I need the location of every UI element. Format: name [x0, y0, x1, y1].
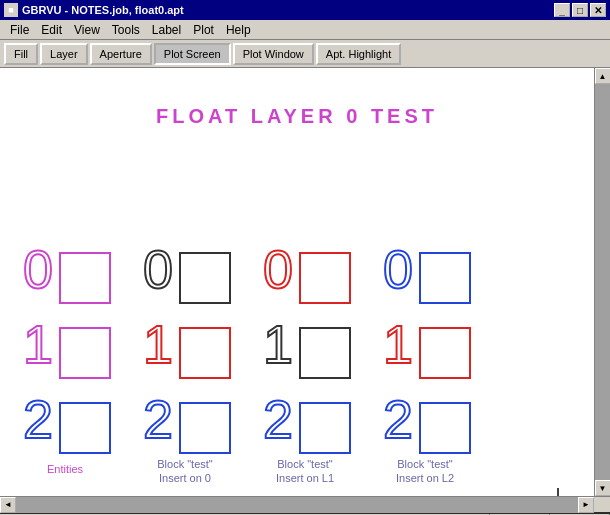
scroll-up-button[interactable]: ▲ — [595, 68, 611, 84]
apt-highlight-button[interactable]: Apt. Highlight — [316, 43, 401, 65]
canvas-svg: FLOAT LAYER 0 TEST 0 0 0 0 1 1 1 — [0, 68, 594, 496]
app-icon: ■ — [4, 3, 18, 17]
scroll-down-button[interactable]: ▼ — [595, 480, 611, 496]
toolbar: Fill Layer Aperture Plot Screen Plot Win… — [0, 40, 610, 68]
svg-text:0: 0 — [383, 239, 413, 299]
svg-text:1: 1 — [23, 314, 53, 374]
svg-text:Block "test": Block "test" — [277, 458, 333, 470]
svg-text:0: 0 — [263, 239, 293, 299]
vertical-scrollbar[interactable]: ▲ ▼ — [594, 68, 610, 496]
svg-text:1: 1 — [383, 314, 413, 374]
svg-text:Insert on 0: Insert on 0 — [159, 472, 211, 484]
svg-text:Block "test": Block "test" — [397, 458, 453, 470]
scroll-track-v[interactable] — [595, 84, 611, 480]
window-title: GBRVU - NOTES.job, float0.apt — [22, 4, 184, 16]
svg-text:Insert on L2: Insert on L2 — [396, 472, 454, 484]
fill-button[interactable]: Fill — [4, 43, 38, 65]
svg-text:2: 2 — [263, 389, 293, 449]
aperture-button[interactable]: Aperture — [90, 43, 152, 65]
plot-window-button[interactable]: Plot Window — [233, 43, 314, 65]
svg-text:FLOAT LAYER 0 TEST: FLOAT LAYER 0 TEST — [156, 105, 438, 127]
menu-plot[interactable]: Plot — [187, 21, 220, 39]
svg-text:Entities: Entities — [47, 463, 84, 475]
svg-text:2: 2 — [23, 389, 53, 449]
window-controls[interactable]: _ □ ✕ — [554, 3, 606, 17]
bottom-bar: ◄ ► — [0, 496, 610, 512]
menu-help[interactable]: Help — [220, 21, 257, 39]
scrollbar-corner — [594, 496, 610, 512]
menu-bar: File Edit View Tools Label Plot Help — [0, 20, 610, 40]
layer-button[interactable]: Layer — [40, 43, 88, 65]
maximize-button[interactable]: □ — [572, 3, 588, 17]
svg-text:Block "test": Block "test" — [157, 458, 213, 470]
svg-text:2: 2 — [383, 389, 413, 449]
menu-file[interactable]: File — [4, 21, 35, 39]
horizontal-scrollbar[interactable]: ◄ ► — [0, 496, 594, 512]
svg-text:1: 1 — [263, 314, 293, 374]
title-bar: ■ GBRVU - NOTES.job, float0.apt _ □ ✕ — [0, 0, 610, 20]
scroll-left-button[interactable]: ◄ — [0, 497, 16, 513]
svg-text:0: 0 — [143, 239, 173, 299]
canvas-area[interactable]: FLOAT LAYER 0 TEST 0 0 0 0 1 1 1 — [0, 68, 594, 496]
scroll-right-button[interactable]: ► — [578, 497, 594, 513]
menu-edit[interactable]: Edit — [35, 21, 68, 39]
plot-screen-button[interactable]: Plot Screen — [154, 43, 231, 65]
menu-tools[interactable]: Tools — [106, 21, 146, 39]
menu-view[interactable]: View — [68, 21, 106, 39]
main-container: FLOAT LAYER 0 TEST 0 0 0 0 1 1 1 — [0, 68, 610, 496]
svg-text:Insert on L1: Insert on L1 — [276, 472, 334, 484]
menu-label[interactable]: Label — [146, 21, 187, 39]
minimize-button[interactable]: _ — [554, 3, 570, 17]
scroll-track-h[interactable] — [16, 497, 578, 513]
close-button[interactable]: ✕ — [590, 3, 606, 17]
svg-text:2: 2 — [143, 389, 173, 449]
svg-text:1: 1 — [143, 314, 173, 374]
svg-rect-0 — [0, 68, 594, 496]
svg-text:0: 0 — [23, 239, 53, 299]
